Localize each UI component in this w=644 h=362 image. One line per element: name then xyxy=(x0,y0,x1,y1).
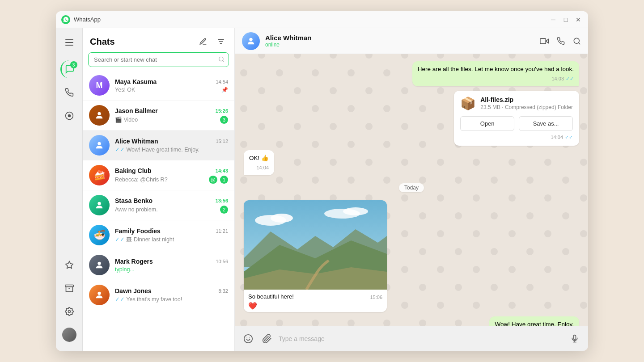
photo-bubble: So beautiful here! 15:06 ❤️ xyxy=(244,200,387,312)
message-text: OK! 👍 xyxy=(249,154,269,163)
sidebar-archive-icon[interactable] xyxy=(60,279,78,297)
avatar xyxy=(89,135,110,156)
list-item[interactable]: 🍰 Baking Club 14:43 Rebecca: @Chris R? @… xyxy=(83,160,234,190)
unread-badge: 2 xyxy=(220,206,228,214)
search-bar xyxy=(88,52,229,67)
app-body: 3 xyxy=(56,28,588,351)
avatar xyxy=(89,255,110,275)
chat-time: 15:12 xyxy=(216,139,228,144)
chat-badge: 3 xyxy=(70,61,77,68)
search-icon xyxy=(218,56,225,63)
maximize-button[interactable]: □ xyxy=(561,15,570,24)
message-time: 15:06 xyxy=(370,295,382,300)
list-item[interactable]: Dawn Jones 8:32 ✓✓ Yes that's my fave to… xyxy=(83,280,234,310)
photo-image[interactable] xyxy=(244,200,387,290)
sidebar-status-icon[interactable] xyxy=(60,107,78,125)
app-logo xyxy=(61,15,70,24)
chat-footer xyxy=(235,326,588,351)
list-item[interactable]: M Maya Kasuma 14:54 Yes! OK 📌 xyxy=(83,71,234,101)
chat-name: Baking Club xyxy=(115,167,152,174)
photo-caption: So beautiful here! xyxy=(248,293,294,300)
filter-button[interactable] xyxy=(215,35,227,48)
chat-name: Stasa Benko xyxy=(115,197,153,204)
sidebar-chats-icon[interactable]: 3 xyxy=(60,60,78,78)
date-divider-text: Today xyxy=(399,183,424,192)
sidebar-settings-icon[interactable] xyxy=(60,303,78,320)
photo-reaction[interactable]: ❤️ xyxy=(248,302,382,310)
svg-rect-2 xyxy=(65,45,73,46)
sidebar-profile-icon[interactable] xyxy=(60,326,78,344)
compose-button[interactable] xyxy=(197,35,209,48)
message-input[interactable] xyxy=(279,335,563,342)
svg-rect-1 xyxy=(65,42,73,43)
message-row: 📦 All-files.zip 23.5 MB · Compressed (zi… xyxy=(244,91,579,146)
message-time: 14:04 xyxy=(551,135,563,140)
emoji-button[interactable] xyxy=(241,332,255,346)
svg-rect-0 xyxy=(65,39,73,40)
chat-name: Jason Ballmer xyxy=(115,107,158,114)
chat-area: Alice Whitman online xyxy=(235,28,588,351)
chat-preview: ✓✓ Yes that's my fave too! xyxy=(115,296,228,303)
app-window: WhatsApp ─ □ ✕ 3 xyxy=(56,11,588,351)
svg-marker-19 xyxy=(546,39,548,42)
open-file-button[interactable]: Open xyxy=(460,116,514,131)
svg-point-8 xyxy=(68,311,70,313)
chat-name: Dawn Jones xyxy=(115,287,152,295)
avatar: M xyxy=(89,75,110,96)
chat-preview: ✓✓ 🖼 Dinner last night xyxy=(115,236,228,243)
list-item[interactable]: 🍜 Family Foodies 11:21 ✓✓ 🖼 Dinner last … xyxy=(83,220,234,250)
message-row: OK! 👍 14:04 xyxy=(244,150,579,175)
svg-point-26 xyxy=(343,207,368,215)
sidebar-starred-icon[interactable] xyxy=(60,256,78,274)
svg-point-15 xyxy=(97,202,101,205)
chat-time: 15:26 xyxy=(216,108,228,114)
minimize-button[interactable]: ─ xyxy=(549,15,558,24)
window-controls: ─ □ ✕ xyxy=(549,15,583,24)
svg-point-30 xyxy=(244,334,252,342)
unread-badge: 3 xyxy=(220,116,228,124)
message-row: Wow! Have great time. Enjoy. 15:12 ✓✓ xyxy=(244,316,579,326)
unread-badge: @ xyxy=(209,176,217,184)
search-chat-button[interactable] xyxy=(573,37,581,45)
pin-icon: 📌 xyxy=(221,87,228,93)
avatar xyxy=(89,105,110,126)
chat-preview: typing... xyxy=(115,266,228,273)
list-item[interactable]: Alice Whitman 15:12 ✓✓ Wow! Have great t… xyxy=(83,130,234,160)
svg-point-31 xyxy=(246,337,247,338)
chat-preview: Rebecca: @Chris R? xyxy=(115,177,206,183)
chat-time: 14:54 xyxy=(216,79,228,84)
svg-marker-5 xyxy=(65,261,73,269)
search-input[interactable] xyxy=(88,52,229,67)
message-row: So beautiful here! 15:06 ❤️ xyxy=(244,200,579,312)
sidebar-calls-icon[interactable] xyxy=(60,84,78,101)
voice-call-button[interactable] xyxy=(557,37,565,45)
video-call-button[interactable] xyxy=(540,37,549,46)
sidebar-menu-icon[interactable] xyxy=(60,34,78,51)
avatar xyxy=(89,285,110,305)
list-item[interactable]: Stasa Benko 13:56 Aww no problem. 2 xyxy=(83,190,234,220)
message-bubble: Here are all the files. Let me know once… xyxy=(412,61,579,86)
attachment-button[interactable] xyxy=(260,332,274,346)
chat-preview: Yes! OK xyxy=(115,87,220,93)
svg-point-4 xyxy=(68,114,71,118)
svg-point-16 xyxy=(97,262,101,265)
chat-preview: 🎬 Video xyxy=(115,116,217,123)
contact-avatar[interactable] xyxy=(242,32,260,50)
message-tick: ✓✓ xyxy=(566,75,574,83)
list-item[interactable]: Mark Rogers 10:56 typing... xyxy=(83,250,234,280)
chat-time: 10:56 xyxy=(216,259,228,264)
sidebar-icons: 3 xyxy=(56,28,83,351)
save-file-button[interactable]: Save as... xyxy=(519,116,573,131)
app-title: WhatsApp xyxy=(74,16,549,23)
chat-time: 13:56 xyxy=(216,198,228,203)
list-item[interactable]: Jason Ballmer 15:26 🎬 Video 3 xyxy=(83,101,234,130)
chat-header: Alice Whitman online xyxy=(235,28,588,54)
svg-rect-20 xyxy=(540,38,546,44)
mic-button[interactable] xyxy=(568,332,582,346)
svg-rect-6 xyxy=(65,285,73,287)
chats-title: Chats xyxy=(90,37,115,47)
close-button[interactable]: ✕ xyxy=(574,15,583,24)
file-type-icon: 📦 xyxy=(460,96,476,111)
chat-time: 11:21 xyxy=(216,228,228,234)
chat-time: 14:43 xyxy=(216,168,228,173)
